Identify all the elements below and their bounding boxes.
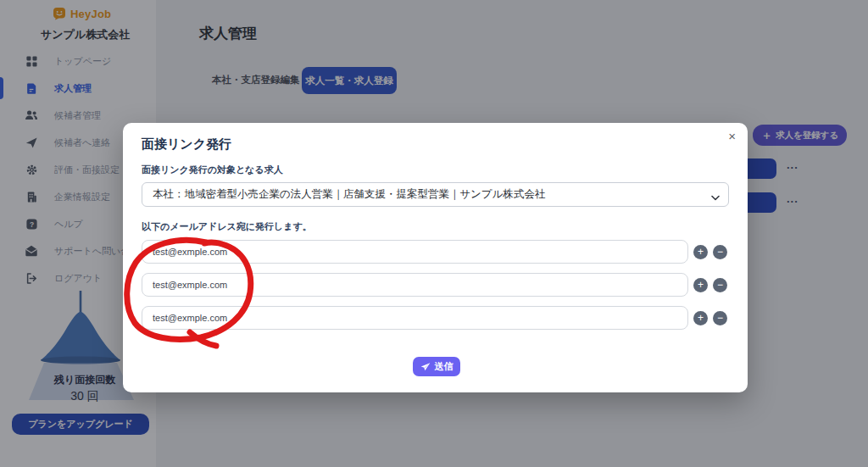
email-row: + − xyxy=(142,306,729,330)
job-select[interactable]: 本社：地域密着型小売企業の法人営業｜店舗支援・提案型営業｜サンプル株式会社 xyxy=(142,182,729,207)
remove-email-button[interactable]: − xyxy=(713,311,727,325)
add-email-button[interactable]: + xyxy=(693,245,708,259)
remove-email-button[interactable]: − xyxy=(713,245,727,259)
send-icon xyxy=(420,362,431,372)
remove-email-button[interactable]: − xyxy=(713,278,727,292)
email-input[interactable] xyxy=(142,240,688,264)
send-button-label: 送信 xyxy=(435,360,453,373)
email-input[interactable] xyxy=(142,306,688,330)
email-row: + − xyxy=(142,273,729,297)
close-icon[interactable]: × xyxy=(728,130,736,142)
add-email-button[interactable]: + xyxy=(693,278,708,292)
email-row: + − xyxy=(142,240,729,264)
job-select-value: 本社：地域密着型小売企業の法人営業｜店舗支援・提案型営業｜サンプル株式会社 xyxy=(153,187,545,202)
add-email-button[interactable]: + xyxy=(693,311,708,325)
job-select-label: 面接リンク発行の対象となる求人 xyxy=(142,164,283,176)
send-button[interactable]: 送信 xyxy=(413,357,460,376)
chevron-down-icon xyxy=(711,192,720,203)
interview-link-modal: × 面接リンク発行 面接リンク発行の対象となる求人 本社：地域密着型小売企業の法… xyxy=(123,123,748,392)
email-section-label: 以下のメールアドレス宛に発行します。 xyxy=(142,220,312,233)
modal-title: 面接リンク発行 xyxy=(142,136,231,153)
email-input[interactable] xyxy=(142,273,688,297)
